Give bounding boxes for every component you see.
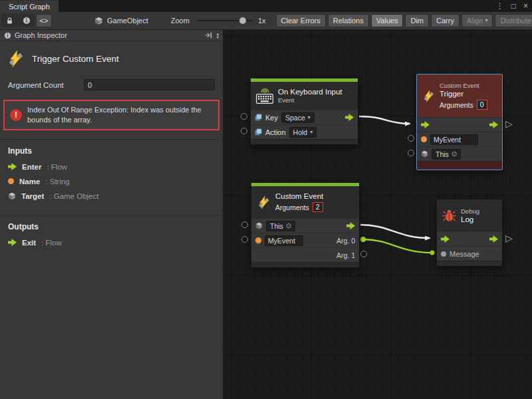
action-dropdown[interactable]: Hold ▾ bbox=[289, 127, 317, 138]
graph-inspector-panel: Graph Inspector ▴ ▾ Trigger Custom Event… bbox=[0, 30, 223, 399]
tab-label: Script Graph bbox=[9, 3, 50, 11]
zoom-slider[interactable] bbox=[197, 17, 253, 25]
flow-output-port[interactable] bbox=[346, 222, 355, 229]
gameobject-selector[interactable]: GameObject bbox=[89, 15, 154, 27]
page-title: Trigger Custom Event bbox=[32, 54, 119, 64]
event-name-row bbox=[417, 132, 502, 146]
node-kicker: Custom Event bbox=[440, 82, 487, 89]
argument-count-input[interactable] bbox=[84, 79, 215, 90]
custom-event-bolt-icon bbox=[7, 50, 25, 68]
gameobject-cube-icon bbox=[8, 192, 16, 200]
port-circle-customevent-target[interactable] bbox=[241, 221, 248, 228]
port-circle-customevent-name[interactable] bbox=[241, 236, 248, 243]
error-message-text: Index Out Of Range Exception: Index was … bbox=[27, 105, 213, 125]
flow-port-row bbox=[417, 117, 502, 132]
scroll-arrows-icon[interactable]: ▴ ▾ bbox=[217, 32, 219, 39]
object-picker-icon[interactable]: ⊙ bbox=[286, 222, 291, 229]
node-debug-log[interactable]: Debug Log Message bbox=[436, 199, 503, 267]
zoom-slider-knob[interactable] bbox=[239, 17, 246, 24]
align-button[interactable]: Align▾ bbox=[462, 14, 493, 27]
distribute-button[interactable]: Distribute▾ bbox=[495, 14, 532, 27]
error-icon: ! bbox=[10, 109, 22, 121]
string-port[interactable] bbox=[255, 237, 261, 243]
flow-output-port[interactable] bbox=[489, 121, 498, 128]
action-port-row: Action Hold ▾ bbox=[251, 124, 358, 139]
error-message-box: ! Index Out Of Range Exception: Index wa… bbox=[3, 100, 219, 130]
node-title: On Keyboard Input bbox=[278, 88, 342, 96]
message-port[interactable] bbox=[441, 251, 446, 257]
node-footer bbox=[251, 139, 358, 144]
target-object-field[interactable]: This ⊙ bbox=[432, 149, 461, 160]
code-icon[interactable]: <> bbox=[36, 14, 52, 27]
graph-canvas[interactable]: On Keyboard Input Event Key Space ▾ Acti… bbox=[223, 30, 532, 399]
node-custom-event[interactable]: Custom Event Arguments 2 This ⊙ bbox=[251, 182, 360, 268]
unity-script-graph-window: Script Graph ⋮ □ × <> GameObject Zoom 1x… bbox=[0, 0, 532, 399]
bug-icon bbox=[442, 209, 456, 223]
flow-input-port[interactable] bbox=[441, 235, 450, 243]
port-row-name: Name : String bbox=[8, 178, 215, 186]
node-trigger-custom-event[interactable]: Custom Event Trigger Arguments 0 bbox=[416, 74, 503, 170]
port-circle-action[interactable] bbox=[241, 128, 247, 134]
gameobject-cube-icon bbox=[421, 150, 428, 158]
gameobject-label: GameObject bbox=[107, 17, 148, 25]
window-menu-icon[interactable]: ⋮ bbox=[496, 1, 504, 11]
flow-output-port[interactable] bbox=[345, 114, 354, 121]
node-kicker: Debug bbox=[461, 207, 479, 215]
outputs-section: Outputs Exit : Flow bbox=[0, 215, 223, 261]
string-port[interactable] bbox=[421, 136, 427, 142]
arg1-row: Arg. 1 bbox=[251, 247, 359, 262]
node-header: Custom Event Arguments 2 bbox=[251, 186, 359, 218]
flow-arrow-icon bbox=[8, 239, 17, 246]
node-subtitle: Event bbox=[278, 96, 342, 104]
port-circle-trigger-target[interactable] bbox=[408, 150, 414, 156]
target-row: This ⊙ bbox=[251, 218, 359, 233]
inputs-section: Inputs Enter : Flow Name : String Target… bbox=[0, 139, 223, 215]
window-close-icon[interactable]: × bbox=[523, 1, 528, 11]
inspector-header-label: Graph Inspector bbox=[15, 31, 67, 39]
carry-button[interactable]: Carry bbox=[431, 14, 460, 27]
port-row-enter: Enter : Flow bbox=[8, 163, 215, 171]
toolbar-buttons: Clear Errors Relations Values Dim Carry … bbox=[276, 14, 532, 27]
event-name-input[interactable] bbox=[265, 235, 303, 246]
port-circle-trigger-name[interactable] bbox=[408, 135, 414, 142]
argument-count-label: Argument Count bbox=[8, 81, 84, 89]
node-header: Debug Log bbox=[437, 200, 502, 231]
tab-script-graph[interactable]: Script Graph bbox=[0, 0, 59, 12]
flow-input-port[interactable] bbox=[421, 121, 430, 128]
play-indicator-debug: ▷ bbox=[505, 233, 513, 243]
arguments-count-badge: 2 bbox=[313, 202, 323, 212]
clear-errors-button[interactable]: Clear Errors bbox=[276, 14, 326, 27]
lock-icon[interactable] bbox=[1, 14, 17, 27]
target-object-field[interactable]: This ⊙ bbox=[266, 221, 295, 231]
outputs-heading: Outputs bbox=[8, 222, 215, 231]
arg1-output-label: Arg. 1 bbox=[336, 251, 355, 259]
flow-connection-customevent-to-debug bbox=[360, 225, 430, 238]
dock-icon[interactable] bbox=[205, 32, 212, 39]
info-icon[interactable] bbox=[19, 14, 35, 27]
custom-event-bolt-icon bbox=[422, 90, 435, 102]
relations-button[interactable]: Relations bbox=[328, 14, 369, 27]
value-connection-arg0-to-message bbox=[363, 239, 432, 253]
values-button[interactable]: Values bbox=[371, 14, 404, 27]
chevron-down-icon: ▾ bbox=[485, 18, 487, 23]
flow-output-port[interactable] bbox=[489, 235, 498, 243]
target-row: This ⊙ bbox=[417, 146, 502, 161]
flow-connection-keyboard-to-trigger bbox=[359, 116, 410, 124]
port-row-target: Target : Game Object bbox=[8, 192, 215, 200]
node-on-keyboard-input[interactable]: On Keyboard Input Event Key Space ▾ Acti… bbox=[250, 78, 358, 145]
port-circle-arg1[interactable] bbox=[360, 251, 367, 257]
argument-count-row: Argument Count bbox=[0, 77, 223, 98]
inputaction-type-icon bbox=[255, 128, 262, 136]
dim-button[interactable]: Dim bbox=[405, 14, 429, 27]
port-circle-key[interactable] bbox=[241, 113, 247, 120]
event-name-input[interactable] bbox=[430, 134, 478, 145]
message-label: Message bbox=[450, 250, 479, 258]
window-maximize-icon[interactable]: □ bbox=[511, 1, 516, 11]
node-title: Log bbox=[461, 215, 479, 223]
node-footer bbox=[251, 262, 359, 267]
event-signal-icon bbox=[260, 88, 270, 93]
key-dropdown[interactable]: Space ▾ bbox=[281, 112, 315, 123]
inspector-title-block: Trigger Custom Event bbox=[0, 41, 223, 77]
key-port-row: Key Space ▾ bbox=[251, 110, 358, 124]
object-picker-icon[interactable]: ⊙ bbox=[452, 150, 457, 158]
